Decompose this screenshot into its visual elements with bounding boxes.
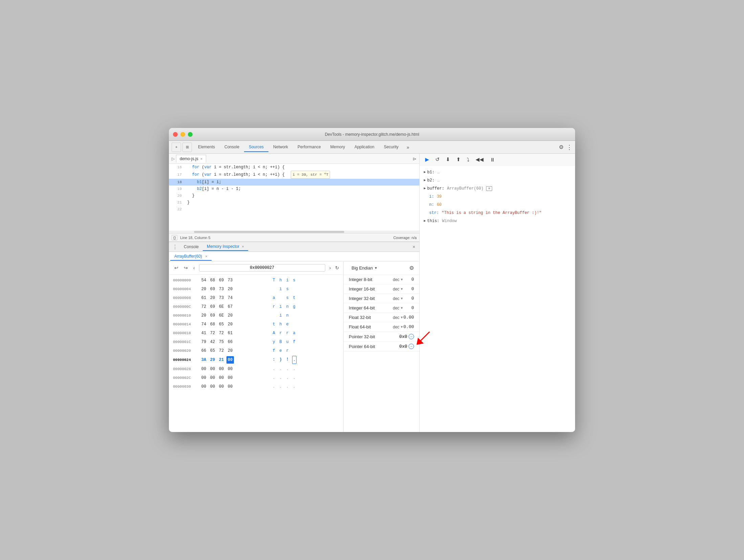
- titlebar: DevTools - memory-inspector.glitch.me/de…: [169, 128, 575, 141]
- tab-performance[interactable]: Performance: [293, 143, 326, 152]
- endian-select[interactable]: Big Endian ▼: [349, 264, 380, 272]
- hex-bytes: 54 68 69 73: [200, 277, 268, 284]
- hex-addr: 00000030: [173, 383, 200, 390]
- deactivate-button[interactable]: ◀◀: [474, 156, 485, 163]
- scope-str: str: "This is a string in the ArrayBuffe…: [424, 209, 571, 217]
- ptr64-value-link: 0x0 →: [399, 344, 414, 349]
- scope-key-str: str:: [429, 209, 439, 217]
- ptr64-label: Pointer 64-bit: [349, 344, 393, 349]
- step-out-button[interactable]: ⤵: [465, 156, 471, 163]
- arraybuffer-tab-close[interactable]: ×: [205, 254, 207, 258]
- hex-bytes: 41 72 72 61: [200, 329, 268, 337]
- close-all-button[interactable]: ×: [410, 244, 418, 250]
- tab-sources[interactable]: Sources: [244, 143, 268, 152]
- scope-key: b1:: [427, 169, 435, 176]
- scope-this[interactable]: ▶ this: Window: [424, 217, 571, 225]
- pause-button[interactable]: ↺: [434, 156, 441, 163]
- layers-icon[interactable]: ⊞: [182, 143, 192, 152]
- step-into-button[interactable]: ⬆: [455, 156, 462, 163]
- tab-security[interactable]: Security: [379, 143, 403, 152]
- hex-addr: 0000002C: [173, 374, 200, 382]
- code-line-19: 19 b2[i] = n - i - 1;: [169, 186, 419, 192]
- source-nav-icon[interactable]: ▷: [170, 156, 176, 161]
- line-num-20: 20: [172, 192, 182, 199]
- hex-bytes: 61 20 73 74: [200, 294, 268, 302]
- maximize-button[interactable]: [188, 132, 193, 137]
- hex-addr: 00000024: [173, 356, 200, 364]
- hex-ascii: f e r: [272, 347, 296, 354]
- step-over-button[interactable]: ⬇: [444, 156, 452, 163]
- tab-console[interactable]: Console: [220, 143, 244, 152]
- source-tab-close-icon[interactable]: ×: [200, 157, 202, 161]
- breakpoints-button[interactable]: ⏸: [488, 156, 496, 163]
- scope-val-this: Window: [442, 217, 457, 225]
- endian-label: Big Endian: [352, 265, 373, 271]
- float32-value: 0.00: [403, 315, 414, 320]
- address-input[interactable]: [199, 264, 325, 272]
- memory-inspector: ArrayBuffer(60) × ↩ ↪ ‹: [169, 252, 419, 432]
- tab-network[interactable]: Network: [268, 143, 293, 152]
- float32-format-arrow: ▼: [400, 316, 403, 319]
- int8-format-select[interactable]: dec ▼: [393, 277, 403, 282]
- hex-byte[interactable]: 68: [209, 277, 216, 284]
- coverage-label: Coverage: n/a: [393, 236, 417, 240]
- scope-key: buffer:: [427, 185, 444, 192]
- int64-format-select[interactable]: dec ▼: [393, 306, 403, 310]
- cursor-icon[interactable]: ⌖: [172, 143, 181, 152]
- more-icon[interactable]: ⋮: [566, 144, 572, 151]
- float64-format-select[interactable]: dec ▼: [393, 325, 403, 329]
- forward-button[interactable]: ↪: [182, 264, 189, 271]
- hex-byte[interactable]: 54: [200, 277, 207, 284]
- ptr64-value: 0x0: [399, 344, 407, 349]
- arraybuffer-tab[interactable]: ArrayBuffer(60) ×: [170, 253, 212, 261]
- tab-elements[interactable]: Elements: [193, 143, 220, 152]
- memory-inspector-tab-close[interactable]: ×: [242, 244, 244, 249]
- source-file-tab[interactable]: demo-js.js ×: [176, 155, 206, 163]
- hex-ascii: i s: [272, 285, 296, 293]
- refresh-button[interactable]: ↻: [335, 265, 339, 271]
- buffer-memory-icon[interactable]: ⊞: [486, 186, 492, 191]
- int16-format-select[interactable]: dec ▼: [393, 287, 403, 292]
- int64-format-label: dec: [393, 306, 399, 310]
- nav-next-button[interactable]: ›: [328, 264, 332, 271]
- source-tab-end-icon[interactable]: ⊳: [411, 156, 418, 161]
- hex-bytes: 00 00 00 00: [200, 383, 268, 390]
- tab-memory[interactable]: Memory: [326, 143, 350, 152]
- hex-row-9: 00000024 3A 29 21 00 :: [169, 355, 343, 365]
- hex-ascii: A r r a: [272, 329, 296, 337]
- scope-b2[interactable]: ▶ b2: …: [424, 176, 571, 185]
- main-area: ▷ demo-js.js × ⊳ 16 for (var i = str.len…: [169, 154, 575, 432]
- value-row-ptr32: Pointer 32-bit 0x0 →: [344, 332, 419, 342]
- scope-i: i: 39: [424, 193, 571, 201]
- bottom-panel-menu[interactable]: ⋮: [170, 244, 180, 250]
- float32-format-select[interactable]: dec ▼: [393, 315, 403, 320]
- int8-value: 0: [411, 277, 414, 282]
- hex-byte[interactable]: 73: [226, 277, 234, 284]
- tab-console[interactable]: Console: [180, 243, 203, 251]
- scope-b1[interactable]: ▶ b1: …: [424, 168, 571, 176]
- settings-icon[interactable]: ⚙: [559, 144, 564, 150]
- hex-bytes: 3A 29 21 00: [200, 356, 268, 364]
- back-button[interactable]: ↩: [173, 264, 180, 271]
- hex-row-1: 00000004 20 69 73 20: [169, 285, 343, 294]
- line-num-21: 21: [172, 199, 182, 206]
- source-scrollbar[interactable]: [169, 231, 419, 233]
- tab-application[interactable]: Application: [350, 143, 379, 152]
- brace-icon[interactable]: {}: [172, 235, 177, 240]
- source-scrollbar-thumb[interactable]: [194, 231, 344, 233]
- int32-format-select[interactable]: dec ▼: [393, 296, 403, 301]
- values-settings-button[interactable]: ⚙: [409, 265, 414, 271]
- hex-ascii: a s t: [272, 294, 296, 302]
- nav-prev-button[interactable]: ‹: [192, 264, 196, 271]
- line-num-16: 16: [172, 164, 182, 171]
- minimize-button[interactable]: [180, 132, 185, 137]
- code-line-20: 20 }: [169, 192, 419, 199]
- close-button[interactable]: [173, 132, 178, 137]
- hex-byte[interactable]: 69: [218, 277, 225, 284]
- more-tabs-button[interactable]: »: [404, 143, 411, 151]
- resume-button[interactable]: ▶: [424, 156, 431, 163]
- tab-memory-inspector[interactable]: Memory Inspector ×: [203, 243, 248, 251]
- scope-buffer[interactable]: ▶ buffer: ArrayBuffer(60) ⊞: [424, 185, 571, 193]
- hex-ascii: r i n g: [272, 303, 296, 310]
- line-num-18: 18: [172, 179, 182, 186]
